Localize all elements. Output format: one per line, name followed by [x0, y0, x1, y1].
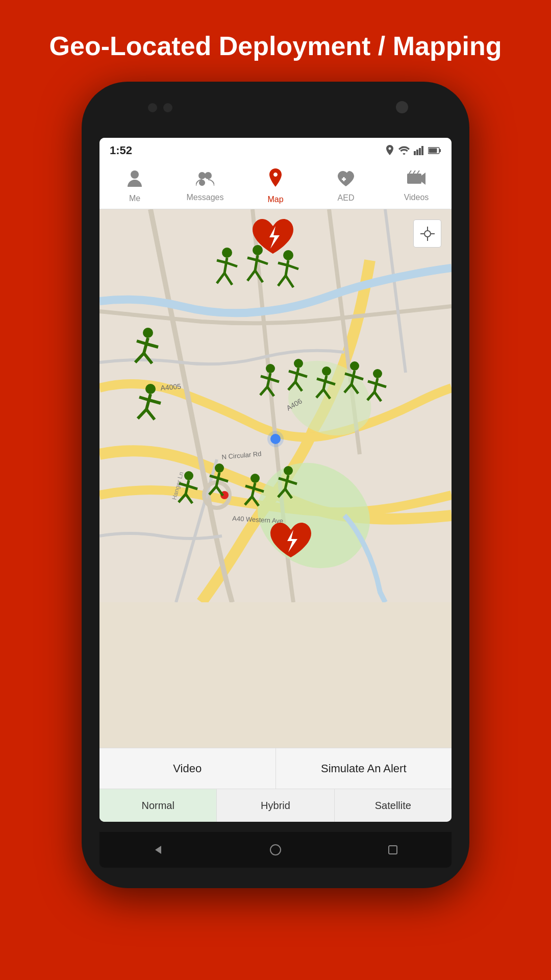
svg-point-8	[198, 172, 206, 179]
svg-point-57	[266, 364, 275, 373]
svg-point-69	[322, 366, 331, 376]
svg-point-9	[205, 172, 212, 179]
svg-rect-0	[414, 151, 416, 155]
tab-videos-label: Videos	[404, 193, 429, 202]
runner-single-left2	[133, 383, 168, 424]
svg-point-93	[215, 463, 224, 473]
svg-line-65	[288, 382, 295, 390]
svg-line-14	[409, 170, 411, 174]
svg-line-77	[344, 384, 352, 393]
runner-group-bottom	[176, 459, 319, 521]
tab-map-label: Map	[267, 195, 283, 204]
svg-line-101	[245, 497, 252, 505]
map-type-bar: Normal Hybrid Satellite	[99, 789, 452, 822]
svg-line-98	[218, 478, 228, 481]
svg-line-109	[279, 478, 287, 481]
map-area[interactable]: A4005 A406 N Circular Rd A40 Western Ave…	[99, 209, 452, 748]
svg-point-105	[284, 466, 293, 475]
heart-alert-bottom	[268, 521, 314, 561]
svg-point-87	[184, 471, 193, 480]
svg-line-90	[186, 494, 192, 503]
svg-line-42	[286, 276, 293, 287]
svg-line-29	[217, 273, 224, 283]
svg-line-40	[286, 260, 288, 276]
battery-icon	[428, 146, 441, 155]
wifi-icon	[398, 146, 410, 155]
svg-line-108	[285, 489, 292, 498]
android-navigation-bar	[99, 832, 452, 868]
svg-point-26	[267, 431, 284, 447]
svg-line-38	[258, 260, 268, 264]
svg-point-113	[424, 231, 431, 237]
tab-me[interactable]: Me	[99, 169, 170, 203]
svg-line-28	[224, 258, 227, 273]
svg-line-85	[368, 381, 377, 384]
svg-point-81	[373, 369, 382, 378]
svg-line-54	[146, 409, 155, 420]
svg-line-96	[216, 486, 223, 496]
svg-point-27	[222, 248, 232, 258]
simulate-alert-button[interactable]: Simulate An Alert	[276, 748, 452, 789]
tab-aed-label: AED	[338, 193, 355, 203]
location-icon	[385, 145, 394, 156]
svg-point-63	[294, 359, 303, 368]
svg-rect-2	[419, 148, 421, 155]
action-buttons: Video Simulate An Alert	[99, 748, 452, 789]
svg-line-35	[247, 271, 255, 281]
runner-single-left	[130, 327, 166, 368]
svg-line-91	[179, 483, 188, 486]
svg-line-68	[297, 374, 307, 377]
map-type-hybrid[interactable]: Hybrid	[217, 789, 334, 822]
svg-point-51	[145, 384, 156, 394]
app-navigation: Me Messages Map AED	[99, 163, 452, 209]
svg-line-104	[254, 488, 264, 492]
tab-messages[interactable]: Messages	[170, 170, 240, 202]
svg-marker-13	[421, 173, 425, 185]
home-button[interactable]	[265, 840, 286, 860]
svg-line-61	[261, 376, 269, 379]
svg-line-59	[260, 387, 267, 395]
svg-line-32	[227, 263, 237, 266]
svg-point-45	[143, 328, 153, 338]
tab-map[interactable]: Map	[240, 168, 311, 204]
svg-line-71	[316, 389, 323, 398]
svg-line-36	[255, 271, 263, 282]
aed-icon	[337, 170, 355, 191]
svg-line-48	[144, 353, 152, 363]
svg-line-86	[377, 384, 386, 387]
svg-line-49	[137, 341, 147, 344]
svg-line-102	[252, 497, 259, 506]
tab-aed[interactable]: AED	[311, 170, 381, 203]
person-icon	[127, 169, 143, 192]
svg-line-110	[287, 481, 297, 484]
recents-button[interactable]	[383, 840, 403, 860]
svg-line-73	[317, 379, 325, 381]
svg-line-60	[267, 387, 274, 396]
phone-sensor-left	[148, 103, 157, 112]
signal-icon	[414, 146, 424, 155]
svg-line-95	[209, 486, 216, 495]
svg-line-44	[288, 265, 298, 269]
phone-camera	[396, 101, 408, 113]
svg-point-75	[350, 361, 359, 371]
video-button[interactable]: Video	[99, 748, 276, 789]
svg-line-62	[269, 379, 279, 382]
tab-videos[interactable]: Videos	[381, 170, 452, 202]
back-button[interactable]	[148, 840, 168, 860]
svg-rect-1	[416, 150, 418, 155]
svg-line-41	[278, 276, 286, 286]
map-location-button[interactable]	[413, 219, 441, 248]
video-icon	[407, 170, 425, 191]
svg-line-47	[135, 353, 144, 362]
status-icons	[385, 145, 441, 156]
status-time: 1:52	[110, 144, 132, 157]
map-pin-icon	[267, 168, 284, 193]
map-type-normal[interactable]: Normal	[99, 789, 217, 822]
phone-sensor-right	[163, 103, 172, 112]
tab-messages-label: Messages	[187, 193, 224, 202]
phone-screen: 1:52	[99, 138, 452, 822]
map-type-satellite[interactable]: Satellite	[335, 789, 452, 822]
svg-line-66	[295, 382, 302, 391]
svg-point-7	[131, 170, 139, 179]
svg-rect-6	[429, 149, 437, 153]
